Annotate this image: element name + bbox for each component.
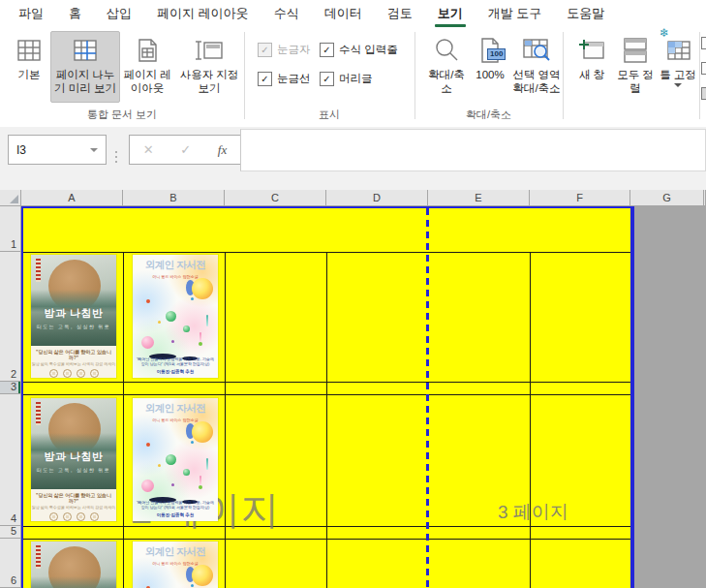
zoom-button[interactable]: 확대/축소 [422,31,471,103]
book-subtitle: 떠도는 고독, 싱싱한 위로 [31,324,116,329]
gridline [23,526,630,527]
page-break-line[interactable] [426,208,429,588]
book-footer: "당신의 삶은 어디를 향하고 있습니까?" 일상 삶의 특수성을 바라보는 사… [31,346,116,378]
cancel-icon[interactable]: ✕ [143,142,154,157]
tab-view[interactable]: 보기 [425,0,476,27]
page-layout-view-button[interactable]: 페이지 레이아웃 [118,31,176,103]
gridline [23,394,630,395]
tab-page-layout[interactable]: 페이지 레이아웃 [144,0,261,27]
spine-tag [36,259,41,282]
ribbon-tab-bar: 파일 홈 삽입 페이지 레이아웃 수식 데이터 검토 보기 개발 도구 도움말 [0,0,706,27]
book-quote: "빼어난 관찰력과 문장력을 가진 작품, 가슴에 깊이 남는다" (제5회 서… [135,356,216,366]
gridline [530,252,531,588]
gridline [23,252,630,253]
row-header-1[interactable]: 1 [0,206,21,252]
book-cover-night-compass[interactable]: 밤과 나침반 떠도는 고독, 싱싱한 위로 [31,542,116,588]
column-header-a[interactable]: A [21,190,123,206]
ruler-checkbox[interactable]: ✓ 눈금자 [258,43,311,57]
tab-help[interactable]: 도움말 [554,0,617,27]
gridline [225,252,226,588]
formula-bar-resize-handle[interactable] [115,156,117,158]
arrange-all-button[interactable]: 모두 정렬 [613,31,658,103]
book-cover-night-compass[interactable]: 밤과 나침반 떠도는 고독, 싱싱한 위로 "당신의 삶은 어디를 향하고 있습… [31,255,116,378]
group-label-show: 표시 [244,108,414,122]
book-recommendation: 이동진·김중혁 추천 [133,369,218,374]
freeze-panes-button[interactable]: ❄ 틀 고정 [656,31,700,103]
book-title: 밤과 나침반 [31,306,116,321]
custom-views-button[interactable]: 사용자 지정 보기 [174,31,244,103]
award-stamps [31,369,116,378]
checkbox-check-icon: ✓ [258,43,272,57]
freeze-panes-icon: ❄ [663,32,692,65]
sun-sphere-graphic [192,278,213,299]
hide-button-partial[interactable] [701,62,706,75]
tab-developer[interactable]: 개발 도구 [476,0,555,27]
group-zoom: 확대/축소 100 100% 선택 영역 확대/축소 확대/축소 [414,27,563,127]
formula-row: I3 ✕ ✓ fx [0,127,706,190]
book-art: 밤과 나침반 떠도는 고독, 싱싱한 위로 [31,255,116,346]
group-show: ✓ 눈금자 ✓ 수식 입력줄 ✓ 눈금선 ✓ 머리글 표시 [244,27,414,127]
page-layout-view-icon [133,32,162,65]
column-header-d[interactable]: D [326,190,428,206]
normal-view-button[interactable]: 기본 [6,31,52,103]
freeze-panes-dropdown-icon[interactable] [674,83,682,87]
enter-icon[interactable]: ✓ [180,142,191,157]
row-header-5[interactable]: 5 [0,526,21,539]
select-all-triangle-icon [10,195,18,203]
formula-bar-checkbox[interactable]: ✓ 수식 입력줄 [320,43,398,57]
gridline [23,382,630,383]
formula-bar-input[interactable] [240,129,706,171]
tab-insert[interactable]: 삽입 [94,0,144,27]
new-window-icon [576,32,607,65]
insert-function-icon[interactable]: fx [218,142,227,158]
row-header-4[interactable]: 4 [0,394,21,526]
arrange-all-icon [621,32,650,65]
tab-data[interactable]: 데이터 [312,0,375,27]
row-header-3[interactable]: 3 [0,382,21,394]
zoom-icon [432,32,461,65]
unhide-button-partial[interactable] [701,87,706,100]
pink-balloon [141,336,154,349]
page-3-watermark: 3 페이지 [498,500,568,525]
column-header-c[interactable]: C [225,190,326,206]
zoom-to-selection-button[interactable]: 선택 영역 확대/축소 [509,31,564,103]
headings-checkbox[interactable]: ✓ 머리글 [320,72,373,86]
formula-buttons: ✕ ✓ fx [129,135,241,165]
group-workbook-views: 기본 페이지 나누기 미리 보기 페이지 레이아웃 사용자 지정 보기 [0,27,244,127]
checkbox-check-icon: ✓ [258,72,272,86]
zoom-100-icon: 100 [476,32,505,65]
column-header-b[interactable]: B [123,190,225,206]
snowflake-icon: ❄ [660,26,669,40]
split-button-partial[interactable] [701,37,706,49]
book-cover-alien-autobiography[interactable]: 외계인 자서전 아니 몽드 바이스 장편소설 "빼어난 관찰력과 문장력을 가진… [133,398,218,521]
gridline [123,252,124,588]
drip-graphic [206,315,208,326]
row-header-2[interactable]: 2 [0,252,21,382]
tab-file[interactable]: 파일 [6,0,56,27]
book-cover-alien-autobiography[interactable]: 외계인 자서전 아니 몽드 바이스 장편소설 [133,542,218,588]
drip-graphic [200,332,201,342]
book-cover-alien-autobiography[interactable]: 외계인 자서전 아니 몽드 바이스 장편소설 "빼어난 관찰력과 문장력을 가진… [133,255,218,378]
gridlines-checkbox[interactable]: ✓ 눈금선 [258,72,311,86]
book-title: 외계인 자서전 [133,259,218,272]
tab-home[interactable]: 홈 [56,0,94,27]
tab-review[interactable]: 검토 [375,0,425,27]
tab-formulas[interactable]: 수식 [261,0,312,27]
checkbox-check-icon: ✓ [320,72,334,86]
column-header-f[interactable]: F [530,190,630,206]
name-box-dropdown-icon[interactable] [90,148,98,152]
select-all-corner[interactable] [0,190,21,206]
row-header-6[interactable]: 6 [0,539,21,588]
group-window: 새 창 모두 정렬 ❄ 틀 고정 [563,27,699,127]
new-window-button[interactable]: 새 창 [568,31,615,103]
column-header-g[interactable]: G [630,190,704,206]
group-label-workbook-views: 통합 문서 보기 [0,108,244,122]
column-header-e[interactable]: E [428,190,530,206]
zoom-100-button[interactable]: 100 100% [469,31,511,103]
book-cover-night-compass[interactable]: 밤과 나침반 떠도는 고독, 싱싱한 위로 "당신의 삶은 어디를 향하고 있습… [31,398,116,521]
name-box[interactable]: I3 [8,135,107,165]
custom-views-icon [193,32,226,65]
green-sphere [166,311,176,322]
spreadsheet-grid: 2 페이지 3 페이지 밤과 나침반 떠도는 고독, 싱싱한 위로 "당신의 삶… [0,190,706,588]
page-break-preview-button[interactable]: 페이지 나누기 미리 보기 [50,31,120,103]
